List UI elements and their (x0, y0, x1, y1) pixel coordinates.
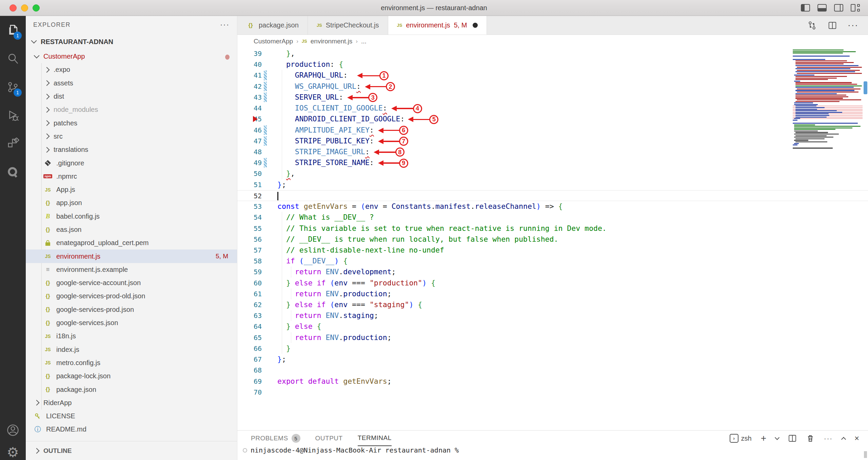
account-icon[interactable] (0, 416, 26, 444)
code-line-47[interactable]: 47 STRIPE_PUBLIC_KEY:7 (237, 136, 868, 146)
code-line-51[interactable]: 51}; (237, 179, 868, 190)
tree-item-babel.config.js[interactable]: Bbabel.config.js (26, 210, 237, 223)
code-line-63[interactable]: 63 return ENV.staging; (237, 310, 868, 321)
tab-output[interactable]: OUTPUT (315, 431, 343, 446)
code-line-44[interactable]: 44 IOS_CLIENT_ID_GOOGLE:4 (237, 103, 868, 114)
code-line-53[interactable]: 53const getEnvVars = (env = Constants.ma… (237, 201, 868, 212)
editor-tab-StripeCheckout.js[interactable]: JSStripeCheckout.js (308, 16, 388, 35)
code-line-55[interactable]: 55 // This variable is set to true when … (237, 223, 868, 234)
toggle-primary-sidebar-icon[interactable] (801, 4, 810, 12)
tree-item-node_modules[interactable]: node_modules (26, 103, 237, 116)
tree-item-google-service-account.json[interactable]: {}google-service-account.json (26, 276, 237, 289)
tree-item-LICENSE[interactable]: LICENSE (26, 409, 237, 423)
customize-layout-icon[interactable] (851, 4, 860, 12)
breadcrumb-file[interactable]: environment.js (311, 38, 353, 45)
code-line-49[interactable]: 49 STRIPE_STORE_NAME:9 (237, 157, 868, 168)
dirty-indicator[interactable] (473, 23, 478, 28)
search-icon[interactable] (0, 44, 26, 73)
open-changes-icon[interactable] (807, 20, 817, 31)
tree-item-package.json[interactable]: {}package.json (26, 383, 237, 396)
outline-section[interactable]: OUTLINE (26, 441, 237, 460)
tree-item-app.json[interactable]: {}app.json (26, 196, 237, 209)
code-line-66[interactable]: 66 } (237, 343, 868, 354)
code-line-42[interactable]: 42 WS_GRAPHQL_URL:2 (237, 81, 868, 92)
tree-item-CustomerApp[interactable]: CustomerApp (26, 50, 237, 63)
source-control-icon[interactable]: 1 (0, 73, 26, 101)
breadcrumb[interactable]: CustomerApp › JS environment.js › ... (237, 35, 868, 47)
tree-item-google-services.json[interactable]: {}google-services.json (26, 316, 237, 329)
code-line-54[interactable]: 54 // What is __DEV__ ? (237, 212, 868, 223)
tree-item-patches[interactable]: patches (26, 116, 237, 129)
tree-item-enategaprod_upload_cert.pem[interactable]: enategaprod_upload_cert.pem (26, 236, 237, 249)
editor-more-actions-icon[interactable]: ··· (848, 20, 859, 31)
editor-tab-package.json[interactable]: {}package.json (237, 16, 308, 35)
editor-tab-environment.js[interactable]: JSenvironment.js5, M (388, 16, 487, 35)
tree-item-metro.config.js[interactable]: JSmetro.config.js (26, 356, 237, 369)
toggle-panel-icon[interactable] (817, 4, 827, 12)
tree-item-App.js[interactable]: JSApp.js (26, 183, 237, 196)
gear-icon[interactable]: ⚙ (0, 444, 26, 460)
code-line-64[interactable]: 64 } else { (237, 321, 868, 332)
code-line-45[interactable]: 45 ANDROID_CLIENT_ID_GOOGLE:5 (237, 114, 868, 124)
code-line-41[interactable]: 41 GRAPHQL_URL:1 (237, 70, 868, 81)
code-line-52[interactable]: 52 (237, 190, 868, 201)
debug-icon[interactable] (0, 101, 26, 130)
code-line-40[interactable]: 40 production: { (237, 59, 868, 70)
code-line-39[interactable]: 39 }, (237, 48, 868, 59)
minimap[interactable] (793, 49, 863, 149)
new-terminal-icon[interactable]: + (761, 433, 766, 444)
breadcrumb-symbol[interactable]: ... (361, 38, 367, 45)
close-window-button[interactable] (9, 4, 17, 12)
terminal-scrollbar[interactable] (864, 451, 867, 458)
code-line-56[interactable]: 56 // __DEV__ is true when run locally, … (237, 234, 868, 245)
terminal-dropdown-icon[interactable] (775, 435, 780, 440)
terminal-shell-selector[interactable]: › zsh (730, 434, 752, 443)
split-editor-icon[interactable] (827, 20, 837, 31)
kill-terminal-icon[interactable] (806, 434, 815, 443)
code-line-65[interactable]: 65 return ENV.production; (237, 332, 868, 343)
code-line-69[interactable]: 69export default getEnvVars; (237, 376, 868, 387)
tree-item-environment.js[interactable]: JSenvironment.js5, M (26, 249, 237, 263)
tree-item-README.md[interactable]: ⓘREADME.md (26, 423, 237, 436)
tree-item-dist[interactable]: dist (26, 90, 237, 103)
split-terminal-icon[interactable] (788, 434, 797, 443)
tree-item-environment.js.example[interactable]: ≡environment.js.example (26, 263, 237, 276)
tab-problems[interactable]: PROBLEMS 5 (251, 431, 300, 446)
code-line-50[interactable]: 50 }, (237, 168, 868, 179)
tree-item-src[interactable]: src (26, 130, 237, 143)
code-line-43[interactable]: 43 SERVER_URL:3 (237, 92, 868, 103)
close-panel-icon[interactable]: × (854, 434, 859, 443)
q-extension-icon[interactable] (0, 158, 26, 187)
code-line-68[interactable]: 68 (237, 365, 868, 376)
tree-item-.gitignore[interactable]: .gitignore (26, 156, 237, 169)
code-line-57[interactable]: 57 // eslint-disable-next-line no-undef (237, 245, 868, 256)
breadcrumb-folder[interactable]: CustomerApp (254, 38, 293, 45)
code-line-48[interactable]: 48 STRIPE_IMAGE_URL:8 (237, 146, 868, 157)
zoom-window-button[interactable] (33, 4, 40, 12)
tree-item-i18n.js[interactable]: JSi18n.js (26, 329, 237, 343)
workspace-root[interactable]: RESTAURANT-ADNAN (26, 34, 237, 50)
explorer-icon[interactable]: 1 (0, 16, 26, 44)
toggle-secondary-sidebar-icon[interactable] (834, 4, 843, 12)
tree-item-package-lock.json[interactable]: {}package-lock.json (26, 369, 237, 383)
tree-item-.npmrc[interactable]: npm.npmrc (26, 170, 237, 183)
terminal-output[interactable]: ninjascode-4@Ninjass-MacBook-Air restaur… (237, 446, 868, 454)
tree-item-index.js[interactable]: JSindex.js (26, 343, 237, 356)
extensions-icon[interactable] (0, 130, 26, 158)
code-editor[interactable]: 39 },40 production: {41 GRAPHQL_URL:142 … (237, 47, 868, 430)
tree-item-RiderApp[interactable]: RiderApp (26, 396, 237, 409)
code-line-70[interactable]: 70 (237, 387, 868, 398)
tree-item-.expo[interactable]: .expo (26, 63, 237, 76)
tree-item-google-services-prod.json[interactable]: {}google-services-prod.json (26, 303, 237, 316)
code-line-46[interactable]: 46 AMPLITUDE_API_KEY:6 (237, 125, 868, 136)
tree-item-assets[interactable]: assets (26, 77, 237, 90)
tree-item-translations[interactable]: translations (26, 143, 237, 156)
code-line-62[interactable]: 62 } else if (env === "staging") { (237, 299, 868, 310)
code-line-61[interactable]: 61 return ENV.production; (237, 288, 868, 299)
tab-terminal[interactable]: TERMINAL (358, 431, 392, 446)
tree-item-google-services-prod-old.json[interactable]: {}google-services-prod-old.json (26, 289, 237, 303)
explorer-more-actions-icon[interactable]: ··· (220, 20, 230, 29)
editor-scrollbar-handle[interactable] (864, 81, 867, 94)
code-line-58[interactable]: 58 if (__DEV__) { (237, 256, 868, 266)
minimize-window-button[interactable] (21, 4, 28, 12)
